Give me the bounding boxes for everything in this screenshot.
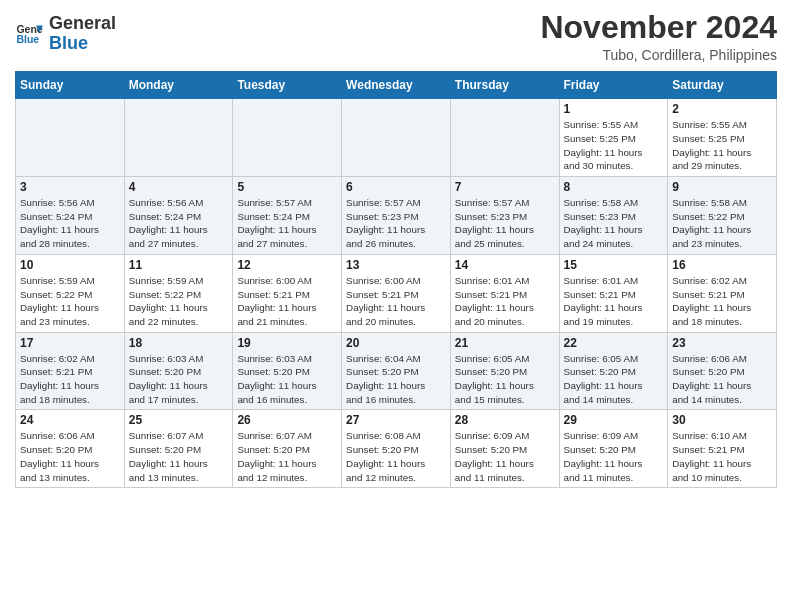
day-info: Sunrise: 6:03 AMSunset: 5:20 PMDaylight:… <box>129 352 229 407</box>
table-row: 29Sunrise: 6:09 AMSunset: 5:20 PMDayligh… <box>559 410 668 488</box>
col-friday: Friday <box>559 72 668 99</box>
calendar-week-row: 3Sunrise: 5:56 AMSunset: 5:24 PMDaylight… <box>16 177 777 255</box>
day-number: 12 <box>237 258 337 272</box>
col-wednesday: Wednesday <box>342 72 451 99</box>
day-info: Sunrise: 6:00 AMSunset: 5:21 PMDaylight:… <box>346 274 446 329</box>
day-number: 27 <box>346 413 446 427</box>
day-info: Sunrise: 6:07 AMSunset: 5:20 PMDaylight:… <box>129 429 229 484</box>
day-number: 28 <box>455 413 555 427</box>
day-info: Sunrise: 5:57 AMSunset: 5:23 PMDaylight:… <box>455 196 555 251</box>
day-number: 15 <box>564 258 664 272</box>
day-info: Sunrise: 5:58 AMSunset: 5:22 PMDaylight:… <box>672 196 772 251</box>
col-sunday: Sunday <box>16 72 125 99</box>
day-info: Sunrise: 5:57 AMSunset: 5:23 PMDaylight:… <box>346 196 446 251</box>
day-info: Sunrise: 5:58 AMSunset: 5:23 PMDaylight:… <box>564 196 664 251</box>
logo: General Blue General Blue <box>15 14 116 54</box>
day-number: 9 <box>672 180 772 194</box>
day-number: 8 <box>564 180 664 194</box>
col-monday: Monday <box>124 72 233 99</box>
logo-icon: General Blue <box>15 20 43 48</box>
calendar: Sunday Monday Tuesday Wednesday Thursday… <box>15 71 777 488</box>
day-info: Sunrise: 6:09 AMSunset: 5:20 PMDaylight:… <box>455 429 555 484</box>
header: General Blue General Blue November 2024 … <box>15 10 777 63</box>
table-row: 20Sunrise: 6:04 AMSunset: 5:20 PMDayligh… <box>342 332 451 410</box>
day-info: Sunrise: 5:55 AMSunset: 5:25 PMDaylight:… <box>564 118 664 173</box>
table-row: 21Sunrise: 6:05 AMSunset: 5:20 PMDayligh… <box>450 332 559 410</box>
day-number: 25 <box>129 413 229 427</box>
day-number: 20 <box>346 336 446 350</box>
day-info: Sunrise: 5:57 AMSunset: 5:24 PMDaylight:… <box>237 196 337 251</box>
title-area: November 2024 Tubo, Cordillera, Philippi… <box>540 10 777 63</box>
page: General Blue General Blue November 2024 … <box>0 0 792 612</box>
day-info: Sunrise: 6:06 AMSunset: 5:20 PMDaylight:… <box>672 352 772 407</box>
day-number: 22 <box>564 336 664 350</box>
day-info: Sunrise: 6:10 AMSunset: 5:21 PMDaylight:… <box>672 429 772 484</box>
day-info: Sunrise: 5:59 AMSunset: 5:22 PMDaylight:… <box>129 274 229 329</box>
svg-text:Blue: Blue <box>16 33 39 45</box>
day-info: Sunrise: 6:03 AMSunset: 5:20 PMDaylight:… <box>237 352 337 407</box>
calendar-week-row: 24Sunrise: 6:06 AMSunset: 5:20 PMDayligh… <box>16 410 777 488</box>
table-row: 11Sunrise: 5:59 AMSunset: 5:22 PMDayligh… <box>124 254 233 332</box>
table-row: 4Sunrise: 5:56 AMSunset: 5:24 PMDaylight… <box>124 177 233 255</box>
day-number: 7 <box>455 180 555 194</box>
table-row: 5Sunrise: 5:57 AMSunset: 5:24 PMDaylight… <box>233 177 342 255</box>
location-subtitle: Tubo, Cordillera, Philippines <box>540 47 777 63</box>
calendar-week-row: 17Sunrise: 6:02 AMSunset: 5:21 PMDayligh… <box>16 332 777 410</box>
table-row: 7Sunrise: 5:57 AMSunset: 5:23 PMDaylight… <box>450 177 559 255</box>
day-number: 3 <box>20 180 120 194</box>
table-row: 23Sunrise: 6:06 AMSunset: 5:20 PMDayligh… <box>668 332 777 410</box>
day-number: 16 <box>672 258 772 272</box>
day-info: Sunrise: 5:56 AMSunset: 5:24 PMDaylight:… <box>20 196 120 251</box>
day-number: 4 <box>129 180 229 194</box>
day-number: 19 <box>237 336 337 350</box>
day-info: Sunrise: 6:07 AMSunset: 5:20 PMDaylight:… <box>237 429 337 484</box>
table-row: 8Sunrise: 5:58 AMSunset: 5:23 PMDaylight… <box>559 177 668 255</box>
table-row: 15Sunrise: 6:01 AMSunset: 5:21 PMDayligh… <box>559 254 668 332</box>
table-row <box>16 99 125 177</box>
table-row <box>233 99 342 177</box>
table-row: 13Sunrise: 6:00 AMSunset: 5:21 PMDayligh… <box>342 254 451 332</box>
table-row: 22Sunrise: 6:05 AMSunset: 5:20 PMDayligh… <box>559 332 668 410</box>
day-number: 10 <box>20 258 120 272</box>
logo-blue: Blue <box>49 34 116 54</box>
day-info: Sunrise: 5:55 AMSunset: 5:25 PMDaylight:… <box>672 118 772 173</box>
day-info: Sunrise: 5:56 AMSunset: 5:24 PMDaylight:… <box>129 196 229 251</box>
table-row: 28Sunrise: 6:09 AMSunset: 5:20 PMDayligh… <box>450 410 559 488</box>
day-number: 23 <box>672 336 772 350</box>
day-number: 14 <box>455 258 555 272</box>
day-info: Sunrise: 5:59 AMSunset: 5:22 PMDaylight:… <box>20 274 120 329</box>
table-row: 3Sunrise: 5:56 AMSunset: 5:24 PMDaylight… <box>16 177 125 255</box>
day-number: 13 <box>346 258 446 272</box>
day-info: Sunrise: 6:04 AMSunset: 5:20 PMDaylight:… <box>346 352 446 407</box>
col-tuesday: Tuesday <box>233 72 342 99</box>
day-info: Sunrise: 6:02 AMSunset: 5:21 PMDaylight:… <box>20 352 120 407</box>
day-info: Sunrise: 6:01 AMSunset: 5:21 PMDaylight:… <box>564 274 664 329</box>
day-number: 29 <box>564 413 664 427</box>
day-info: Sunrise: 6:09 AMSunset: 5:20 PMDaylight:… <box>564 429 664 484</box>
table-row: 6Sunrise: 5:57 AMSunset: 5:23 PMDaylight… <box>342 177 451 255</box>
table-row <box>124 99 233 177</box>
day-number: 5 <box>237 180 337 194</box>
day-number: 11 <box>129 258 229 272</box>
table-row: 26Sunrise: 6:07 AMSunset: 5:20 PMDayligh… <box>233 410 342 488</box>
day-number: 1 <box>564 102 664 116</box>
table-row: 16Sunrise: 6:02 AMSunset: 5:21 PMDayligh… <box>668 254 777 332</box>
day-number: 21 <box>455 336 555 350</box>
day-info: Sunrise: 6:01 AMSunset: 5:21 PMDaylight:… <box>455 274 555 329</box>
table-row: 24Sunrise: 6:06 AMSunset: 5:20 PMDayligh… <box>16 410 125 488</box>
day-number: 30 <box>672 413 772 427</box>
table-row: 1Sunrise: 5:55 AMSunset: 5:25 PMDaylight… <box>559 99 668 177</box>
day-number: 17 <box>20 336 120 350</box>
table-row: 27Sunrise: 6:08 AMSunset: 5:20 PMDayligh… <box>342 410 451 488</box>
table-row: 30Sunrise: 6:10 AMSunset: 5:21 PMDayligh… <box>668 410 777 488</box>
calendar-week-row: 10Sunrise: 5:59 AMSunset: 5:22 PMDayligh… <box>16 254 777 332</box>
day-info: Sunrise: 6:00 AMSunset: 5:21 PMDaylight:… <box>237 274 337 329</box>
table-row: 10Sunrise: 5:59 AMSunset: 5:22 PMDayligh… <box>16 254 125 332</box>
table-row: 17Sunrise: 6:02 AMSunset: 5:21 PMDayligh… <box>16 332 125 410</box>
day-info: Sunrise: 6:02 AMSunset: 5:21 PMDaylight:… <box>672 274 772 329</box>
table-row: 2Sunrise: 5:55 AMSunset: 5:25 PMDaylight… <box>668 99 777 177</box>
table-row <box>450 99 559 177</box>
col-thursday: Thursday <box>450 72 559 99</box>
table-row: 12Sunrise: 6:00 AMSunset: 5:21 PMDayligh… <box>233 254 342 332</box>
day-number: 6 <box>346 180 446 194</box>
